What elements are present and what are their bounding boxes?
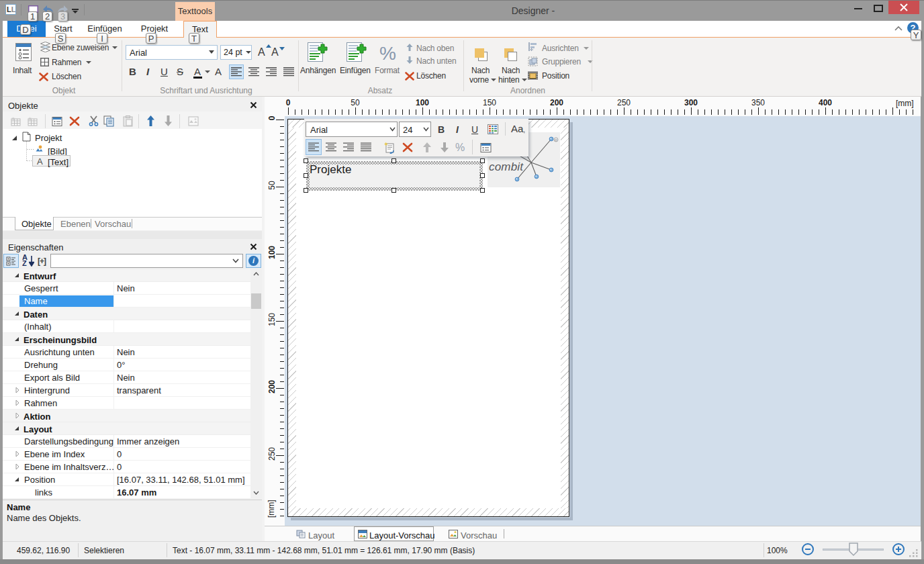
svg-text:R: R bbox=[555, 138, 557, 142]
